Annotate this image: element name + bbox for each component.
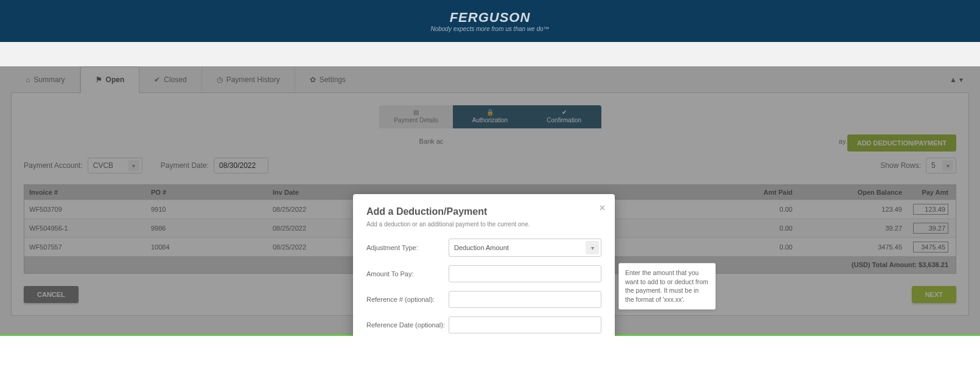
amount-input[interactable] [449, 265, 601, 282]
adjustment-type-select[interactable]: Deduction Amount ▾ [449, 239, 601, 257]
row-reference-date: Reference Date (optional): [366, 316, 601, 333]
brand-logo: FERGUSON Nobody expects more from us tha… [430, 10, 549, 32]
row-amount: Amount To Pay: [366, 265, 601, 282]
row-adjustment-type: Adjustment Type: Deduction Amount ▾ [366, 239, 601, 257]
spacer [0, 42, 980, 66]
page-content: ⌂ Summary ⚑ Open ✔ Closed ◷ Payment Hist… [0, 66, 980, 334]
amount-label: Amount To Pay: [366, 270, 449, 277]
reference-date-input[interactable] [449, 316, 601, 333]
app-header: FERGUSON Nobody expects more from us tha… [0, 0, 980, 42]
modal-title: Add a Deduction/Payment [366, 206, 601, 217]
brand-name: FERGUSON [430, 10, 549, 26]
chevron-down-icon: ▾ [586, 241, 599, 254]
modal-subtitle: Add a deduction or an additional payment… [366, 221, 601, 228]
amount-tooltip: Enter the amount that you want to add to… [618, 263, 716, 310]
row-reference: Reference # (optional): [366, 291, 601, 308]
brand-tagline: Nobody expects more from us than we do™ [430, 26, 549, 32]
reference-date-label: Reference Date (optional): [366, 321, 449, 329]
adjustment-type-label: Adjustment Type: [366, 244, 449, 251]
adjustment-type-value: Deduction Amount [454, 244, 509, 251]
reference-input[interactable] [449, 291, 601, 308]
close-icon[interactable]: × [600, 203, 605, 214]
reference-label: Reference # (optional): [366, 296, 449, 303]
add-deduction-modal: × Add a Deduction/Payment Add a deductio… [353, 194, 615, 336]
